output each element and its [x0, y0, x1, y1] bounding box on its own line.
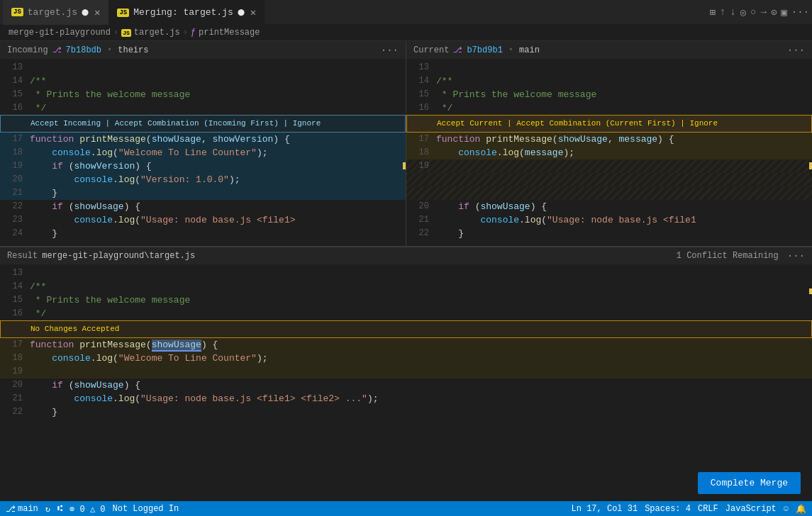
split-editor-icon[interactable]: ⊞	[709, 6, 715, 18]
current-label: Current	[413, 45, 449, 55]
current-scroll-marker	[809, 162, 812, 169]
tab-target-label: target.js	[28, 7, 77, 18]
incoming-panel: Incoming ⎇ 7b18bdb • theirs ··· 13 14	[0, 41, 406, 246]
status-branch-name: main	[18, 504, 38, 514]
publish-icon[interactable]: ⊙	[771, 6, 777, 18]
current-code-pane: 13 14 /** 15 * Prints the welcome messag…	[406, 60, 812, 246]
table-row: 16 */	[406, 101, 812, 115]
status-notification-icon[interactable]: 🔔	[796, 504, 806, 515]
table-row: 14 /**	[0, 280, 812, 293]
tab-target-dot: ⬤	[82, 9, 89, 16]
result-header: Result merge-git-playground\target.js 1 …	[0, 247, 812, 265]
tab-close-merging[interactable]: ✕	[250, 6, 256, 18]
status-branch[interactable]: ⎇ main	[6, 504, 38, 515]
current-git-icon: ⎇	[453, 45, 462, 55]
current-scrollbar	[809, 60, 812, 246]
result-section: Result merge-git-playground\target.js 1 …	[0, 247, 812, 501]
table-row: 14 /**	[406, 74, 812, 88]
tab-merging-label: Merging: target.js	[133, 7, 233, 18]
layout-icon[interactable]: ▣	[781, 6, 786, 18]
tab-merging-dot: ⬤	[238, 9, 245, 16]
table-row: 17 function printMessage(showUsage) {	[0, 338, 812, 352]
result-path: merge-git-playground\target.js	[42, 251, 195, 261]
table-row: 20 if (showUsage) {	[406, 200, 812, 213]
incoming-sep: •	[107, 45, 112, 55]
table-row: 13	[406, 61, 812, 74]
table-row: 22 if (showUsage) {	[0, 200, 406, 213]
status-position[interactable]: Ln 17, Col 31	[572, 504, 638, 514]
result-code-pane: 13 14 /** 15 * Prints the welcome messag…	[0, 265, 812, 501]
tab-merging[interactable]: JS Merging: target.js ⬤ ✕	[109, 0, 265, 25]
nav-prev-icon[interactable]: ↑	[720, 6, 725, 18]
status-encoding[interactable]: CRLF	[698, 504, 718, 514]
result-scrollbar	[809, 265, 812, 501]
arrow-right-icon[interactable]: →	[761, 6, 767, 18]
incoming-action-text[interactable]: Accept Incoming | Accept Combination (In…	[30, 117, 321, 130]
tab-bar: JS target.js ⬤ ✕ JS Merging: target.js ⬤…	[0, 0, 812, 25]
status-language[interactable]: JavaScript	[725, 504, 777, 514]
table-row: 14 /**	[0, 74, 406, 88]
table-row: 15 * Prints the welcome message	[0, 293, 812, 307]
complete-merge-button[interactable]: Complete Merge	[698, 472, 801, 494]
editor-area: Incoming ⎇ 7b18bdb • theirs ··· 13 14	[0, 41, 812, 501]
result-label: Result	[7, 251, 38, 261]
breadcrumb-file[interactable]: target.js	[134, 28, 180, 38]
more-actions-icon[interactable]: ···	[791, 6, 809, 18]
result-scroll-marker	[809, 288, 812, 294]
incoming-panel-header: Incoming ⎇ 7b18bdb • theirs ···	[0, 41, 406, 60]
incoming-code-lines: 13 14 /** 15 * Prints the welcome messag…	[0, 60, 406, 240]
circle-icon[interactable]: ○	[750, 6, 756, 18]
status-feedback-icon[interactable]: ☺	[784, 504, 789, 514]
table-row: 24 }	[0, 227, 406, 240]
current-commit: b7bd9b1	[467, 45, 502, 55]
current-action-text[interactable]: Accept Current | Accept Combination (Cur…	[437, 117, 718, 130]
table-row: 20 if (showUsage) {	[0, 378, 812, 392]
breadcrumb-func-icon: ƒ	[191, 28, 196, 38]
status-sync-icon[interactable]: ↻	[45, 504, 50, 515]
status-spaces[interactable]: Spaces: 4	[645, 504, 691, 514]
breadcrumb-workspace[interactable]: merge-git-playground	[9, 28, 111, 38]
incoming-action-bar[interactable]: Accept Incoming | Accept Combination (In…	[0, 115, 406, 133]
no-changes-label: No Changes Accepted	[30, 322, 119, 336]
incoming-label: Incoming	[7, 45, 48, 55]
incoming-branch: theirs	[118, 45, 148, 55]
tab-close-target[interactable]: ✕	[94, 6, 100, 18]
result-code-lines: 13 14 /** 15 * Prints the welcome messag…	[0, 265, 812, 419]
incoming-scrollbar	[403, 60, 406, 246]
tab-target-js[interactable]: JS target.js ⬤ ✕	[3, 0, 109, 25]
status-right: Ln 17, Col 31 Spaces: 4 CRLF JavaScript …	[572, 504, 806, 515]
incoming-scroll-marker	[403, 162, 406, 169]
nav-next-icon[interactable]: ↓	[730, 6, 735, 18]
breadcrumb-symbol[interactable]: printMessage	[199, 28, 260, 38]
result-more[interactable]: ···	[787, 250, 805, 262]
conflict-remaining: 1 Conflict Remaining	[677, 251, 779, 261]
timeline-icon[interactable]: ◎	[740, 6, 746, 18]
breadcrumb-sep2: ›	[183, 28, 188, 38]
table-row: 13	[0, 267, 812, 280]
tab-bar-actions: ⊞ ↑ ↓ ◎ ○ → ⊙ ▣ ···	[709, 6, 809, 18]
status-login[interactable]: Not Logged In	[113, 504, 179, 514]
current-action-bar[interactable]: Accept Current | Accept Combination (Cur…	[406, 115, 812, 133]
table-row: 19	[406, 159, 812, 173]
table-row: 20 console.log("Version: 1.0.0");	[0, 173, 406, 186]
table-row: 17 function printMessage(showUsage, show…	[0, 133, 406, 146]
table-row: 13	[0, 61, 406, 74]
breadcrumb: merge-git-playground › JS target.js › ƒ …	[0, 25, 812, 41]
no-changes-bar: No Changes Accepted	[0, 320, 812, 338]
table-row: 17 function printMessage(showUsage, mess…	[406, 133, 812, 146]
current-more[interactable]: ···	[787, 45, 805, 56]
incoming-more[interactable]: ···	[381, 45, 399, 56]
current-code-lines: 13 14 /** 15 * Prints the welcome messag…	[406, 60, 812, 240]
current-panel-header: Current ⎇ b7bd9b1 • main ···	[406, 41, 812, 60]
status-source-control-icon[interactable]: ⑆	[57, 504, 62, 514]
incoming-git-icon: ⎇	[52, 45, 62, 55]
table-row	[406, 186, 812, 200]
table-row: 16 */	[0, 307, 812, 320]
current-sep: •	[508, 45, 513, 55]
current-panel: Current ⎇ b7bd9b1 • main ··· 13 14	[406, 41, 812, 246]
tab-js-icon: JS	[11, 8, 23, 16]
table-row: 18 console.log("Welcome To Line Counter"…	[0, 352, 812, 365]
status-bar: ⎇ main ↻ ⑆ ⊗ 0 △ 0 Not Logged In Ln 17, …	[0, 501, 812, 516]
breadcrumb-js-icon: JS	[121, 29, 131, 37]
table-row: 18 console.log("Welcome To Line Counter"…	[0, 146, 406, 159]
